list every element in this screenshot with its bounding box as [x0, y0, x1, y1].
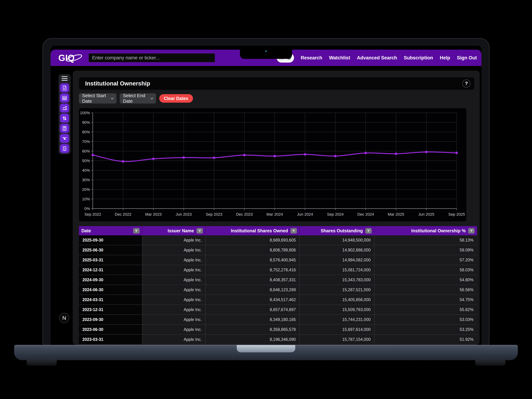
- svg-text:Sep 2024: Sep 2024: [327, 212, 344, 216]
- table-header-row: DateIssuer NameInstitutional Shares Owne…: [79, 226, 477, 235]
- data-point: [395, 152, 397, 155]
- start-date-dropdown[interactable]: Select Start Date: [79, 93, 116, 104]
- svg-text:20%: 20%: [82, 187, 90, 192]
- shares-owned-cell: 8,196,346,090: [206, 335, 300, 344]
- data-point: [152, 158, 155, 160]
- help-button[interactable]: ?: [462, 79, 470, 88]
- sidebar-item-filings[interactable]: [60, 83, 69, 92]
- document-icon: [62, 85, 67, 90]
- issuer-cell: Apple Inc.: [142, 275, 206, 285]
- nav-link-sign-out[interactable]: Sign Out: [457, 55, 477, 61]
- date-cell: 2024-12-31: [79, 265, 142, 275]
- ownership-pct-cell: 58.03%: [374, 265, 477, 275]
- table-row: 2024-06-30Apple Inc.8,646,123,28915,287,…: [79, 285, 477, 295]
- table-row: 2023-06-30Apple Inc.8,358,865,57815,697,…: [79, 325, 477, 335]
- ownership-pct-cell: 56.56%: [374, 285, 477, 295]
- shares-owned-cell: 8,349,180,185: [206, 315, 300, 324]
- svg-text:90%: 90%: [82, 120, 90, 125]
- table-row: 2025-09-30Apple Inc.8,689,693,60514,948,…: [79, 235, 477, 245]
- issuer-cell: Apple Inc.: [142, 315, 206, 324]
- app-logo[interactable]: GIQ: [57, 51, 84, 65]
- column-header-date: Date: [79, 226, 142, 235]
- start-date-label: Select Start Date: [82, 93, 111, 104]
- table-row: 2024-09-30Apple Inc.8,408,357,33115,343,…: [79, 275, 477, 285]
- filter-icon[interactable]: [291, 228, 297, 234]
- svg-text:Mar 2025: Mar 2025: [388, 212, 404, 216]
- menu-icon[interactable]: [62, 76, 68, 81]
- data-point: [122, 160, 124, 163]
- issuer-cell: Apple Inc.: [142, 295, 206, 304]
- column-label: Shares Outstanding: [321, 228, 363, 233]
- filter-icon[interactable]: [365, 228, 372, 234]
- svg-text:Dec 2024: Dec 2024: [357, 212, 374, 216]
- date-cell: 2023-03-31: [79, 335, 142, 344]
- nav-link-help[interactable]: Help: [440, 55, 450, 61]
- table-row: 2025-03-31Apple Inc.8,576,400,94514,994,…: [79, 255, 477, 265]
- svg-text:40%: 40%: [82, 168, 90, 172]
- sidebar-item-charts[interactable]: [60, 104, 69, 112]
- shares-outstanding-cell: 14,994,082,000: [300, 255, 374, 265]
- laptop-foot-right: [475, 359, 505, 366]
- sidebar-item-ownership[interactable]: [60, 134, 69, 143]
- table-row: 2023-03-31Apple Inc.8,196,346,09015,787,…: [79, 335, 477, 345]
- shares-outstanding-cell: 15,343,783,000: [300, 275, 374, 285]
- date-cell: 2023-06-30: [79, 325, 142, 334]
- shares-owned-cell: 8,358,865,578: [206, 325, 300, 334]
- svg-text:100%: 100%: [80, 111, 90, 115]
- end-date-label: Select End Date: [123, 93, 151, 104]
- ownership-pct-cell: 57.20%: [374, 255, 477, 265]
- table-row: 2023-12-31Apple Inc.8,657,674,89715,509,…: [79, 305, 477, 315]
- shares-outstanding-cell: 15,405,856,000: [300, 295, 374, 304]
- data-point: [243, 154, 246, 156]
- end-date-dropdown[interactable]: Select End Date: [120, 93, 156, 104]
- logo-text: GIQ: [58, 53, 75, 63]
- clear-dates-button[interactable]: Clear Dates: [159, 94, 193, 103]
- data-point: [91, 154, 94, 156]
- column-label: Date: [81, 228, 91, 233]
- data-point: [334, 155, 336, 157]
- data-point: [425, 151, 428, 153]
- header-nav: ResearchWatchlistAdvanced SearchSubscrip…: [301, 55, 477, 61]
- issuer-cell: Apple Inc.: [142, 335, 206, 344]
- filter-icon[interactable]: [196, 228, 203, 234]
- date-cell: 2023-09-30: [79, 315, 142, 324]
- svg-text:Jun 2025: Jun 2025: [418, 212, 434, 216]
- svg-text:Mar 2023: Mar 2023: [145, 212, 162, 216]
- sidebar-item-calculator[interactable]: [60, 124, 69, 133]
- search-input[interactable]: [89, 53, 215, 62]
- line-chart-svg: 0%10%20%30%40%50%60%70%80%90%100%Sep 202…: [79, 108, 466, 221]
- data-point: [213, 157, 215, 159]
- nav-link-watchlist[interactable]: Watchlist: [329, 55, 350, 61]
- date-cell: 2025-09-30: [79, 235, 142, 245]
- nav-link-research[interactable]: Research: [301, 55, 322, 61]
- svg-text:0%: 0%: [84, 206, 90, 211]
- column-header-issuer-name: Issuer Name: [142, 226, 206, 235]
- nextjs-dev-badge[interactable]: N: [59, 313, 69, 323]
- svg-text:Sep 2023: Sep 2023: [206, 212, 222, 216]
- column-header-institutional-shares-owned: Institutional Shares Owned: [206, 226, 300, 235]
- date-cell: 2025-06-30: [79, 245, 142, 255]
- sidebar-item-financials[interactable]: [60, 94, 69, 102]
- sidebar-item-compare[interactable]: [60, 114, 69, 122]
- svg-text:60%: 60%: [82, 149, 90, 153]
- column-header-institutional-ownership: Institutional Ownership %: [374, 226, 477, 235]
- issuer-cell: Apple Inc.: [142, 325, 206, 334]
- filter-icon[interactable]: [133, 228, 139, 234]
- svg-text:Jun 2023: Jun 2023: [176, 212, 192, 216]
- table-row: 2025-06-30Apple Inc.8,806,789,90614,902,…: [79, 245, 477, 255]
- handshake-icon: [62, 136, 67, 141]
- sidebar-item-companies[interactable]: [60, 144, 69, 153]
- issuer-cell: Apple Inc.: [142, 255, 206, 265]
- svg-text:Dec 2023: Dec 2023: [236, 212, 253, 216]
- shares-owned-cell: 8,752,278,416: [206, 265, 300, 275]
- filter-icon[interactable]: [468, 228, 475, 234]
- svg-text:80%: 80%: [82, 130, 90, 134]
- nav-link-advanced-search[interactable]: Advanced Search: [357, 55, 397, 61]
- shares-owned-cell: 8,408,357,331: [206, 275, 300, 285]
- data-point: [455, 152, 458, 154]
- page-title: Institutional Ownership: [85, 80, 150, 87]
- nav-link-subscription[interactable]: Subscription: [404, 55, 433, 61]
- filter-row: Select Start Date Select End Date Clear …: [79, 93, 193, 104]
- data-point: [273, 155, 276, 157]
- sort-arrows-icon: [62, 116, 67, 121]
